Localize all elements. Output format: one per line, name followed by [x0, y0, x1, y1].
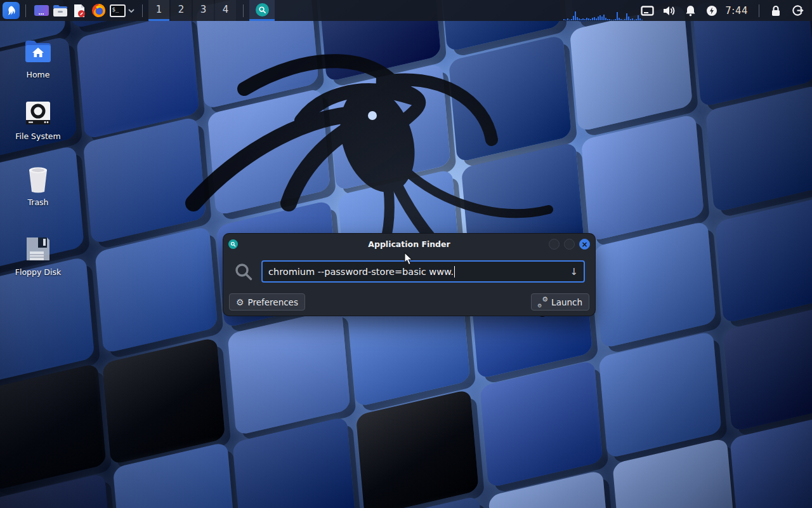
desktop-icon-file-system[interactable]: File System — [10, 98, 66, 141]
volume-icon — [662, 5, 675, 17]
workspace-2[interactable]: 2 — [171, 0, 192, 21]
tray-power-manager[interactable] — [701, 0, 723, 21]
desktop-icon-label: Trash — [10, 197, 66, 207]
preferences-button[interactable]: ⚙ Preferences — [229, 293, 305, 311]
panel-separator — [25, 4, 26, 17]
workspace-3[interactable]: 3 — [193, 0, 214, 21]
terminal-icon: $_ — [110, 4, 126, 17]
harddrive-icon — [25, 100, 51, 126]
applications-menu-button[interactable] — [3, 2, 20, 19]
tray-display[interactable] — [636, 0, 658, 21]
power-manager-icon — [706, 5, 717, 17]
cpu-graph[interactable] — [561, 0, 636, 21]
tray-volume[interactable] — [658, 0, 679, 21]
kali-dragon-icon — [6, 5, 16, 16]
preferences-label: Preferences — [248, 297, 298, 307]
panel-right: 7:44 — [561, 0, 812, 21]
gear-icon: ⚙ — [236, 298, 244, 307]
launcher-text-editor[interactable] — [70, 0, 89, 21]
display-icon — [641, 6, 654, 16]
panel-separator — [142, 4, 143, 17]
desktop-icon-label: File System — [10, 131, 66, 141]
file-manager-icon — [53, 4, 68, 17]
text-editor-icon — [73, 4, 86, 18]
maximize-button[interactable] — [564, 239, 575, 250]
tray-logout[interactable] — [787, 0, 808, 21]
desktop-icon-home[interactable]: Home — [10, 36, 66, 79]
minimize-button[interactable] — [549, 239, 560, 250]
notifications-bell-icon — [685, 5, 696, 17]
trash-icon — [25, 165, 51, 193]
dropdown-arrow-icon[interactable]: ↓ — [570, 266, 578, 277]
firefox-icon — [91, 3, 106, 18]
launcher-firefox[interactable] — [89, 0, 108, 21]
panel-separator — [243, 4, 244, 17]
desktop-icon-floppy-disk[interactable]: Floppy Disk — [10, 234, 66, 277]
tray-notifications[interactable] — [679, 0, 701, 21]
workspace-1[interactable]: 1 — [148, 0, 169, 21]
floppy-icon — [24, 235, 52, 263]
launch-label: Launch — [551, 297, 582, 307]
lock-icon — [771, 5, 781, 17]
tray-lock[interactable] — [765, 0, 787, 21]
desktop: $_ 1 2 3 4 — [0, 0, 812, 508]
mouse-cursor — [404, 252, 413, 265]
chevron-down-icon[interactable] — [128, 8, 135, 13]
launch-button[interactable]: ⚙⚙ Launch — [531, 293, 589, 311]
application-finder-window: Application Finder × chromium --password… — [223, 234, 595, 316]
search-icon — [234, 262, 253, 281]
window-title: Application Finder — [223, 239, 595, 249]
taskbar-app-finder[interactable] — [249, 0, 275, 21]
top-panel: $_ 1 2 3 4 — [0, 0, 812, 21]
launch-gears-icon: ⚙⚙ — [538, 297, 547, 307]
desktop-icon-trash[interactable]: Trash — [10, 164, 66, 207]
search-input[interactable]: chromium --password-store=basic www. ↓ — [261, 260, 585, 283]
launcher-desktop-app[interactable] — [32, 0, 51, 21]
desktop-icon-label: Floppy Disk — [10, 267, 66, 277]
clock[interactable]: 7:44 — [725, 5, 748, 17]
home-folder-icon — [23, 39, 53, 64]
desktop-app-icon — [34, 5, 49, 16]
workspace-4[interactable]: 4 — [215, 0, 236, 21]
launcher-file-manager[interactable] — [51, 0, 70, 21]
app-finder-icon — [256, 3, 269, 17]
text-caret — [454, 266, 455, 277]
logout-icon — [792, 4, 804, 17]
search-query-text: chromium --password-store=basic www. — [268, 267, 454, 277]
panel-separator — [759, 4, 759, 17]
desktop-icon-label: Home — [10, 70, 66, 79]
close-button[interactable]: × — [579, 239, 590, 250]
launcher-terminal[interactable]: $_ — [108, 0, 127, 21]
